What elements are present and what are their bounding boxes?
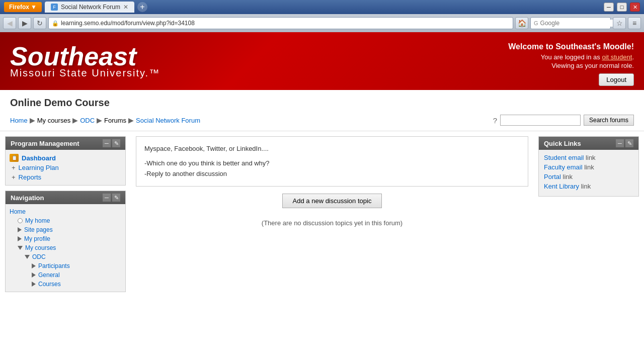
menu-button[interactable]: ≡ [628, 17, 641, 29]
forum-desc-line1: Myspace, Facebook, Twitter, or LinkedIn.… [144, 144, 520, 154]
program-management-block: Program Management ─ ✎ 📋 Dashboard + Lea… [5, 136, 126, 186]
block-edit-button[interactable]: ✎ [112, 139, 120, 147]
breadcrumb-forum-name[interactable]: Social Network Forum [136, 117, 200, 124]
nav-my-home-link[interactable]: My home [25, 217, 50, 224]
forum-desc-line3: -Reply to another discussion [144, 169, 520, 179]
course-title-bar: Online Demo Course [0, 90, 644, 113]
breadcrumb-bar: Home ▶ My courses ▶ ODC ▶ Forums ▶ Socia… [0, 113, 644, 131]
pm-reports-link[interactable]: Reports [19, 173, 42, 181]
browser-titlebar: Firefox ▼ F Social Network Forum ✕ + ─ □… [0, 0, 644, 14]
logged-in-text: You are logged in as oit student. [508, 53, 634, 61]
forum-desc-line2: -Which one do you think is better and wh… [144, 158, 520, 169]
nav-my-profile-triangle [18, 236, 22, 241]
nav-odc-link[interactable]: ODC [32, 253, 46, 260]
kent-library-link[interactable]: Kent Library [544, 183, 579, 190]
portal-text: link [561, 173, 573, 180]
nav-courses-triangle [32, 282, 36, 287]
logo-sub-text: Missouri State University.™ [10, 67, 160, 79]
maximize-button[interactable]: □ [617, 3, 627, 12]
minimize-button[interactable]: ─ [604, 3, 614, 12]
nav-my-courses-triangle [18, 246, 23, 250]
quick-link-faculty-email: Faculty email link [544, 163, 633, 171]
close-button[interactable]: ✕ [630, 3, 640, 12]
navigation-header: Navigation ─ ✎ [6, 191, 125, 204]
block-controls: ─ ✎ [103, 139, 120, 147]
site-logo: Southeast Missouri State University.™ [10, 43, 160, 79]
nav-home-link[interactable]: Home [10, 208, 26, 215]
nav-my-profile-item: My profile [10, 234, 121, 243]
breadcrumb: Home ▶ My courses ▶ ODC ▶ Forums ▶ Socia… [10, 116, 200, 124]
nav-hide-button[interactable]: ─ [103, 194, 111, 202]
nav-my-home-circle [18, 218, 23, 223]
welcome-text: Welcome to Southeast's Moodle! [508, 42, 634, 51]
nav-general-link[interactable]: General [38, 272, 60, 279]
quick-links-title: Quick Links [544, 140, 581, 147]
nav-home-item: Home [10, 207, 121, 216]
quick-link-kent-library: Kent Library link [544, 183, 633, 190]
forward-button[interactable]: ▶ [18, 17, 31, 29]
firefox-label: Firefox [9, 4, 29, 11]
browser-navbar: ◀ ▶ ↻ 🔒 🏠 G 🔍 ☆ ≡ [0, 14, 644, 32]
address-bar[interactable] [61, 20, 510, 27]
portal-link[interactable]: Portal [544, 173, 561, 180]
left-sidebar: Program Management ─ ✎ 📋 Dashboard + Lea… [0, 136, 131, 297]
pm-dashboard-link[interactable]: Dashboard [22, 154, 56, 162]
nav-odc-item: ODC [10, 252, 121, 261]
navigation-title: Navigation [11, 194, 44, 202]
home-browser-button[interactable]: 🏠 [515, 17, 528, 29]
pm-learning-plan-link[interactable]: Learning Plan [19, 164, 59, 171]
quick-links-content: Student email link Faculty email link Po… [539, 150, 638, 196]
browser-tab[interactable]: F Social Network Forum ✕ [45, 2, 134, 13]
nav-site-pages-link[interactable]: Site pages [24, 226, 53, 233]
nav-participants-link[interactable]: Participants [38, 262, 70, 269]
username-link[interactable]: oit student [602, 53, 632, 61]
student-email-link[interactable]: Student email [544, 154, 584, 161]
student-email-text: link [584, 154, 596, 161]
nav-courses-link[interactable]: Courses [38, 281, 61, 288]
nav-block-controls: ─ ✎ [103, 194, 120, 202]
nav-my-courses-link[interactable]: My courses [25, 244, 56, 251]
new-tab-button[interactable]: + [137, 2, 147, 12]
nav-site-pages-triangle [18, 227, 22, 232]
nav-my-profile-link[interactable]: My profile [24, 235, 50, 242]
logout-button[interactable]: Logout [599, 73, 634, 86]
add-discussion-button[interactable]: Add a new discussion topic [282, 194, 382, 208]
ql-hide-button[interactable]: ─ [616, 139, 624, 147]
main-content-area: Myspace, Facebook, Twitter, or LinkedIn.… [131, 136, 533, 297]
forum-search-button[interactable]: Search forums [584, 115, 634, 126]
nav-general-item: General [10, 270, 121, 280]
header-user-info: Welcome to Southeast's Moodle! You are l… [508, 42, 634, 86]
ql-edit-button[interactable]: ✎ [625, 139, 633, 147]
faculty-email-link[interactable]: Faculty email [544, 163, 583, 171]
browser-search-input[interactable] [540, 20, 616, 27]
role-text: Viewing as your normal role. [508, 62, 634, 69]
pm-reports-item: + Reports [10, 172, 121, 182]
breadcrumb-odc[interactable]: ODC [80, 117, 95, 124]
quick-links-header: Quick Links ─ ✎ [539, 137, 638, 150]
site-header: Southeast Missouri State University.™ We… [0, 32, 644, 90]
breadcrumb-sep-1: ▶ [30, 116, 35, 124]
forum-help-icon[interactable]: ? [493, 116, 497, 125]
star-button[interactable]: ☆ [613, 17, 626, 29]
nav-general-triangle [32, 273, 36, 278]
navigation-block: Navigation ─ ✎ Home My home [5, 191, 126, 292]
tab-close-icon[interactable]: ✕ [123, 4, 128, 11]
quick-link-portal: Portal link [544, 173, 633, 180]
nav-edit-button[interactable]: ✎ [112, 194, 120, 202]
tab-favicon: F [51, 4, 58, 11]
breadcrumb-home[interactable]: Home [10, 117, 28, 124]
logo-main-text: Southeast [10, 43, 160, 69]
firefox-dropdown-icon: ▼ [31, 4, 37, 11]
main-layout: Program Management ─ ✎ 📋 Dashboard + Lea… [0, 131, 644, 302]
breadcrumb-sep-4: ▶ [128, 116, 134, 124]
learning-plan-expand-icon: + [12, 164, 16, 171]
refresh-button[interactable]: ↻ [33, 17, 46, 29]
address-bar-container: 🔒 [48, 17, 513, 29]
ql-block-controls: ─ ✎ [616, 139, 633, 147]
forum-search-input[interactable] [500, 115, 581, 126]
block-hide-button[interactable]: ─ [103, 139, 111, 147]
course-title: Online Demo Course [10, 97, 634, 109]
back-button[interactable]: ◀ [3, 17, 16, 29]
program-management-header: Program Management ─ ✎ [6, 137, 125, 150]
firefox-menu-button[interactable]: Firefox ▼ [4, 2, 42, 12]
